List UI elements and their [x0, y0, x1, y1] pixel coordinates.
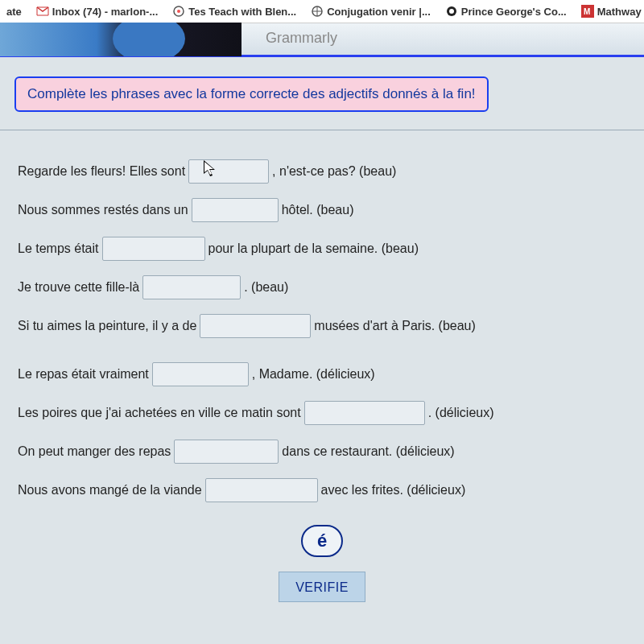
bookmark-item-gmail[interactable]: Inbox (74) - marlon-...	[36, 5, 158, 18]
line-text-post: , Madame. (délicieux)	[252, 367, 375, 382]
divider	[0, 130, 644, 130]
line-text-pre: Je trouve cette fille-là	[18, 280, 139, 295]
line-text-post: pour la plupart de la semaine. (beau)	[208, 242, 419, 256]
header-graphic	[0, 23, 242, 56]
mathway-icon: M	[581, 5, 594, 18]
line-text-pre: Le temps était	[18, 242, 99, 256]
line-text-post: hôtel. (beau)	[282, 203, 354, 217]
globe-icon	[311, 5, 324, 18]
controls: é VERIFIE	[14, 525, 630, 602]
svg-point-2	[177, 10, 180, 13]
header-title: Grammarly	[266, 30, 337, 47]
bookmark-label: Mathway | A	[597, 6, 644, 18]
answer-input[interactable]	[188, 159, 269, 184]
exercise-line: Regarde les fleurs! Elles sont , n'est-c…	[18, 159, 626, 184]
exercise-line: Si tu aimes la peinture, il y a de musée…	[18, 314, 626, 338]
answer-input[interactable]	[205, 478, 318, 502]
line-text-post: , n'est-ce pas? (beau)	[272, 164, 396, 179]
line-text-post: . (beau)	[244, 280, 288, 295]
exercise-line: Les poires que j'ai achetées en ville ce…	[18, 401, 626, 425]
circle-icon	[172, 5, 185, 18]
bookmark-label: Prince George's Co...	[461, 6, 567, 18]
line-text-pre: Nous sommes restés dans un	[18, 203, 188, 217]
accent-button[interactable]: é	[301, 525, 343, 557]
bookmarks-bar: ate Inbox (74) - marlon-... Tes Teach wi…	[0, 0, 644, 23]
gmail-icon	[36, 5, 49, 18]
exercise-line: Je trouve cette fille-là . (beau)	[18, 275, 626, 299]
answer-input[interactable]	[102, 237, 205, 261]
svg-point-5	[449, 9, 454, 14]
line-text-pre: Nous avons mangé de la viande	[18, 483, 202, 497]
bookmark-item-tes[interactable]: Tes Teach with Blen...	[172, 5, 296, 18]
svg-text:M: M	[584, 7, 590, 16]
circle-dark-icon	[445, 5, 458, 18]
exercise-line: Le temps était pour la plupart de la sem…	[18, 237, 626, 261]
bookmark-label: ate	[6, 6, 22, 18]
verify-button[interactable]: VERIFIE	[279, 572, 365, 602]
exercise-line: Nous avons mangé de la viande avec les f…	[18, 478, 626, 502]
line-text-pre: Les poires que j'ai achetées en ville ce…	[18, 406, 301, 420]
bookmark-item-pg[interactable]: Prince George's Co...	[445, 5, 567, 18]
answer-input[interactable]	[304, 401, 425, 425]
bookmark-item-conjugation[interactable]: Conjugation venir |...	[311, 5, 431, 18]
answer-input[interactable]	[142, 275, 241, 299]
exercise-lines: Regarde les fleurs! Elles sont , n'est-c…	[14, 159, 630, 502]
line-text-post: musées d'art à Paris. (beau)	[314, 319, 475, 333]
line-text-post: . (délicieux)	[428, 406, 494, 420]
line-text-pre: Regarde les fleurs! Elles sont	[18, 164, 185, 179]
spacer	[18, 353, 626, 362]
line-text-post: dans ce restaurant. (délicieux)	[282, 444, 454, 459]
bookmark-label: Conjugation venir |...	[327, 6, 431, 18]
line-text-pre: Le repas était vraiment	[18, 367, 149, 382]
bookmark-label: Tes Teach with Blen...	[188, 6, 296, 18]
bookmark-item-ate[interactable]: ate	[6, 6, 22, 18]
answer-input[interactable]	[152, 362, 249, 386]
answer-input[interactable]	[174, 440, 279, 464]
instruction-banner: Complète les phrases avec la forme corre…	[14, 76, 489, 112]
exercise-line: On peut manger des repas dans ce restaur…	[18, 440, 626, 464]
line-text-post: avec les frites. (délicieux)	[321, 483, 466, 497]
line-text-pre: On peut manger des repas	[18, 444, 171, 459]
header-strip: Grammarly	[0, 23, 644, 57]
exercise-line: Nous sommes restés dans un hôtel. (beau)	[18, 198, 626, 222]
answer-input[interactable]	[200, 314, 311, 338]
exercise-line: Le repas était vraiment , Madame. (délic…	[18, 362, 626, 386]
content-area: Complète les phrases avec la forme corre…	[0, 57, 644, 602]
answer-input[interactable]	[192, 198, 279, 222]
bookmark-item-mathway[interactable]: M Mathway | A	[581, 5, 644, 18]
bookmark-label: Inbox (74) - marlon-...	[52, 6, 158, 18]
line-text-pre: Si tu aimes la peinture, il y a de	[18, 319, 196, 333]
